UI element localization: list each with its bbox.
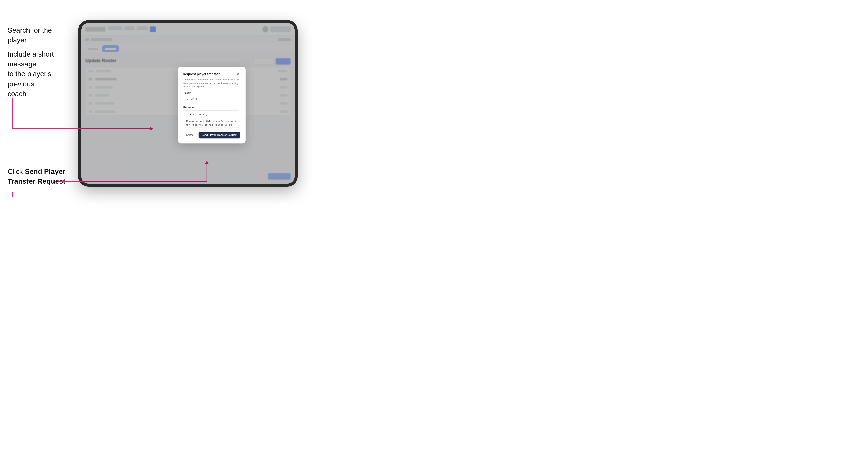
player-field-label: Player [183, 92, 241, 94]
modal-description: If the player is transferring from anoth… [183, 78, 241, 89]
message-field-label: Message [183, 106, 241, 109]
cancel-button[interactable]: Cancel [184, 132, 196, 138]
modal-header: Request player transfer × [183, 72, 241, 76]
modal-footer: Cancel Send Player Transfer Request [183, 132, 241, 138]
annotation-search-text: Search for the player. [7, 25, 73, 45]
request-transfer-modal: Request player transfer × If the player … [178, 67, 246, 143]
send-transfer-button[interactable]: Send Player Transfer Request [198, 132, 241, 138]
modal-title: Request player transfer [183, 72, 219, 76]
modal-close-button[interactable]: × [236, 72, 241, 76]
modal-overlay: Request player transfer × If the player … [81, 23, 295, 184]
message-textarea[interactable]: Hi Coach McHarg, Please accept this tran… [183, 110, 241, 127]
tablet-device: Update Roster [78, 20, 298, 187]
annotation-area: Search for the player. Include a short m… [0, 0, 73, 467]
annotation-click-text: Click Send PlayerTransfer Request [7, 166, 73, 186]
tablet-screen: Update Roster [81, 23, 295, 184]
player-input[interactable] [183, 96, 241, 103]
annotation-message-text: Include a short messageto the player's p… [7, 49, 73, 99]
